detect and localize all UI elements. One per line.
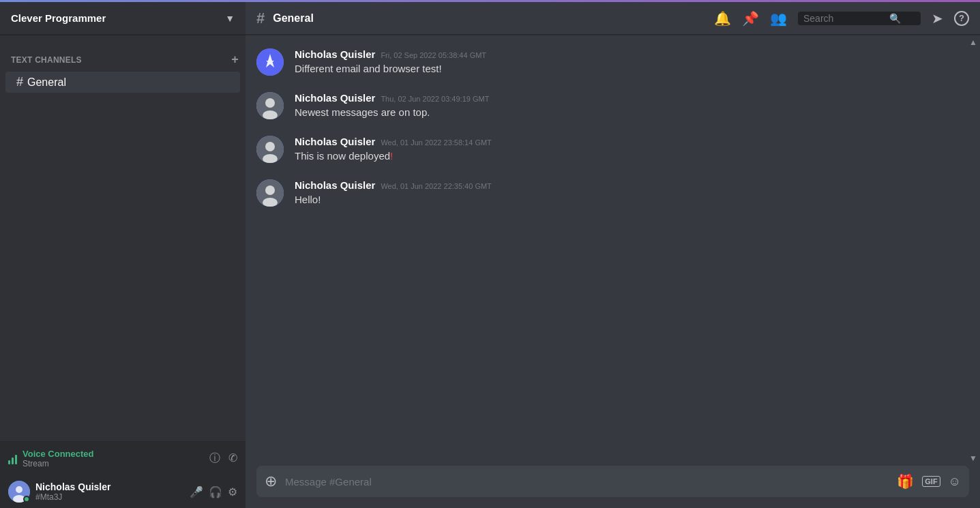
members-icon[interactable]: 👥 — [770, 10, 787, 27]
search-icon[interactable]: 🔍 — [889, 13, 901, 24]
search-input[interactable] — [803, 13, 885, 24]
user-controls: 🎤 🎧 ⚙ — [190, 485, 237, 498]
message-header: Nicholas Quisler Fri, 02 Sep 2022 05:38:… — [295, 48, 969, 60]
sidebar: Clever Programmer ▼ Text Channels + # Ge… — [0, 2, 246, 508]
voice-disconnect-button[interactable]: ✆ — [228, 451, 237, 466]
username-label: Nicholas Quisler — [35, 481, 184, 492]
user-bar: Nicholas Quisler #Mta3J 🎤 🎧 ⚙ — [0, 475, 246, 508]
message-input[interactable] — [285, 476, 889, 488]
settings-button[interactable]: ⚙ — [228, 485, 237, 498]
message-username: Nicholas Quisler — [295, 136, 375, 147]
user-info: Nicholas Quisler #Mta3J — [35, 481, 184, 502]
message-header: Nicholas Quisler Thu, 02 Jun 2022 03:49:… — [295, 92, 969, 104]
voice-info: Voice Connected Stream — [23, 449, 94, 468]
voice-status: Voice Connected Stream ⓘ ✆ — [8, 449, 237, 468]
message-text: Different email and browser test! — [295, 61, 969, 76]
voice-stream-label: Stream — [23, 459, 94, 468]
header-actions: 🔔 📌 👥 🔍 ➤ ? — [714, 10, 969, 27]
message-timestamp: Wed, 01 Jun 2022 23:58:14 GMT — [381, 138, 491, 147]
message-text: This is now deployed! — [295, 149, 969, 163]
avatar — [256, 136, 284, 163]
message-text: Newest messages are on top. — [295, 105, 969, 119]
svg-point-12 — [265, 185, 275, 195]
message-content: Nicholas Quisler Fri, 02 Sep 2022 05:38:… — [295, 48, 969, 76]
channel-header-hash-icon: # — [256, 10, 265, 27]
message-input-area: ⊕ 🎁 GIF ☺ — [246, 466, 980, 508]
svg-point-9 — [265, 142, 275, 151]
server-header[interactable]: Clever Programmer ▼ — [0, 2, 246, 35]
table-row: Nicholas Quisler Wed, 01 Jun 2022 23:58:… — [246, 133, 980, 166]
user-avatar-container — [8, 481, 30, 503]
status-online-dot — [23, 496, 30, 503]
emoji-button[interactable]: ☺ — [949, 475, 961, 489]
text-channels-section[interactable]: Text Channels + — [0, 40, 246, 71]
message-content: Nicholas Quisler Wed, 01 Jun 2022 22:35:… — [295, 179, 969, 207]
message-username: Nicholas Quisler — [295, 48, 375, 60]
message-timestamp: Thu, 02 Jun 2022 03:49:19 GMT — [381, 95, 489, 103]
avatar-image — [256, 136, 284, 163]
avatar-image — [256, 179, 284, 207]
inbox-icon[interactable]: ➤ — [932, 10, 943, 27]
avatar — [256, 179, 284, 207]
pin-icon[interactable]: 📌 — [742, 10, 759, 27]
channel-hash-icon: # — [16, 75, 23, 89]
message-username: Nicholas Quisler — [295, 92, 375, 104]
server-name: Clever Programmer — [11, 12, 106, 24]
channel-name: General — [27, 76, 66, 89]
bell-icon[interactable]: 🔔 — [714, 10, 731, 27]
gift-icon[interactable]: 🎁 — [897, 473, 914, 490]
channel-list: Text Channels + # General — [0, 35, 246, 441]
voice-info-button[interactable]: ⓘ — [209, 451, 220, 466]
message-content: Nicholas Quisler Wed, 01 Jun 2022 23:58:… — [295, 136, 969, 163]
main-content: # General 🔔 📌 👥 🔍 ➤ ? ▲ — [246, 2, 980, 508]
message-header: Nicholas Quisler Wed, 01 Jun 2022 23:58:… — [295, 136, 969, 147]
avatar — [256, 48, 284, 76]
voice-connected-bar: Voice Connected Stream ⓘ ✆ — [0, 441, 246, 475]
add-channel-button[interactable]: + — [230, 51, 240, 68]
avatar — [256, 92, 284, 119]
svg-point-6 — [265, 98, 275, 108]
svg-point-1 — [16, 486, 23, 493]
scroll-up-button[interactable]: ▲ — [969, 38, 977, 47]
search-box[interactable]: 🔍 — [798, 12, 921, 25]
channel-header: # General 🔔 📌 👥 🔍 ➤ ? — [246, 2, 980, 35]
input-actions: 🎁 GIF ☺ — [897, 473, 961, 490]
channel-header-name: General — [273, 12, 314, 25]
message-input-container: ⊕ 🎁 GIF ☺ — [256, 466, 969, 497]
table-row: Nicholas Quisler Thu, 02 Jun 2022 03:49:… — [246, 89, 980, 122]
table-row: Nicholas Quisler Wed, 01 Jun 2022 22:35:… — [246, 177, 980, 209]
voice-connected-label: Voice Connected — [23, 449, 94, 459]
signal-bar-3 — [15, 455, 17, 464]
message-header: Nicholas Quisler Wed, 01 Jun 2022 22:35:… — [295, 179, 969, 191]
gif-button[interactable]: GIF — [922, 476, 940, 487]
messages-area: ▲ Nicholas Quisler Fri, 02 Sep 2022 05:3… — [246, 35, 980, 466]
avatar-image — [256, 48, 284, 76]
message-username: Nicholas Quisler — [295, 179, 375, 191]
avatar-image — [256, 92, 284, 119]
text-channels-label: Text Channels — [11, 55, 82, 65]
voice-actions: ⓘ ✆ — [209, 451, 237, 466]
table-row: Nicholas Quisler Fri, 02 Sep 2022 05:38:… — [246, 46, 980, 78]
voice-signal-icon — [8, 453, 17, 464]
message-timestamp: Fri, 02 Sep 2022 05:38:44 GMT — [381, 51, 486, 59]
attach-button[interactable]: ⊕ — [265, 473, 277, 490]
message-content: Nicholas Quisler Thu, 02 Jun 2022 03:49:… — [295, 92, 969, 119]
help-icon[interactable]: ? — [954, 11, 969, 26]
user-tag-label: #Mta3J — [35, 492, 184, 502]
scroll-down-button[interactable]: ▼ — [969, 453, 977, 463]
deafen-button[interactable]: 🎧 — [209, 485, 222, 498]
message-timestamp: Wed, 01 Jun 2022 22:35:40 GMT — [381, 182, 491, 190]
chevron-down-icon: ▼ — [225, 13, 235, 24]
mute-button[interactable]: 🎤 — [190, 485, 203, 498]
signal-bar-2 — [12, 458, 14, 464]
signal-bar-1 — [8, 460, 10, 464]
message-text: Hello! — [295, 192, 969, 207]
highlight-text: ! — [390, 150, 393, 162]
channel-item-general[interactable]: # General — [5, 72, 240, 93]
